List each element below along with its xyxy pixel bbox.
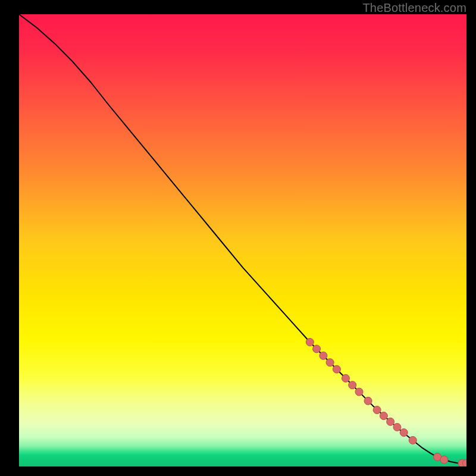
chart-svg-layer — [19, 14, 466, 466]
highlight-marker — [400, 429, 408, 437]
highlight-marker — [440, 456, 448, 464]
highlight-marker — [333, 365, 340, 373]
highlight-marker — [380, 412, 387, 419]
plot-area — [19, 14, 466, 466]
highlight-marker — [387, 418, 394, 425]
highlight-marker — [320, 352, 327, 359]
highlight-marker — [409, 436, 416, 444]
curve-line — [19, 14, 466, 464]
highlight-marker — [342, 374, 349, 382]
highlight-marker — [393, 423, 401, 431]
highlight-marker — [373, 406, 381, 414]
highlight-marker — [349, 381, 356, 389]
highlight-marker — [364, 397, 372, 405]
highlight-marker — [355, 388, 363, 396]
chart-frame: TheBottleneck.com — [0, 0, 476, 476]
highlight-marker — [313, 345, 321, 353]
watermark-text: TheBottleneck.com — [362, 1, 466, 15]
highlight-marker — [326, 359, 334, 367]
highlight-marker — [306, 339, 314, 346]
